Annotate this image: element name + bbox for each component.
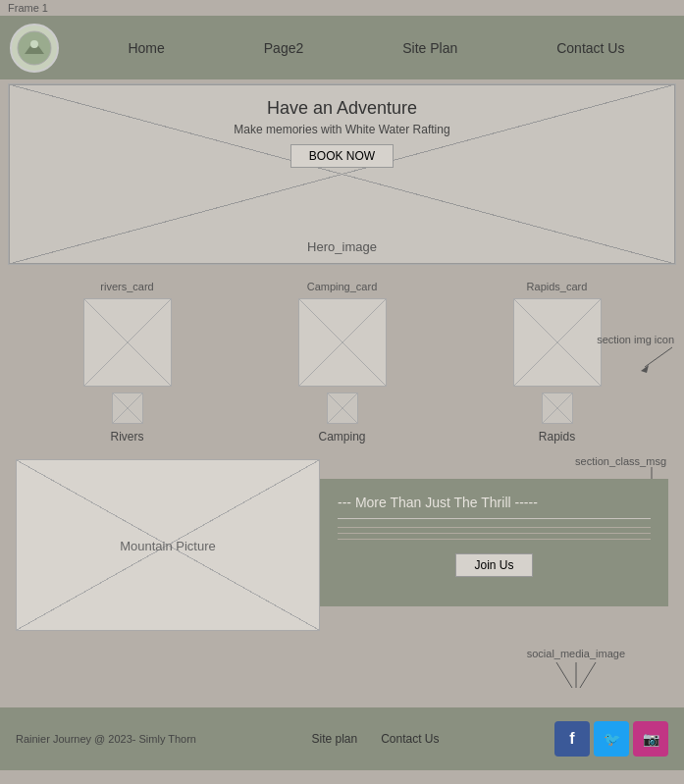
facebook-icon: f: [569, 730, 574, 748]
mountain-picture: Mountain Picture: [16, 459, 320, 631]
hero-image-label: Hero_image: [307, 239, 377, 254]
card-camping-label: Camping: [318, 430, 365, 444]
nav-logo: [10, 24, 59, 73]
card-rapids-icon: [542, 392, 573, 424]
footer-copyright: Rainier Journey @ 2023- Simly Thorn: [16, 733, 196, 745]
footer-site-plan-link[interactable]: Site plan: [311, 732, 357, 746]
info-line-1: [338, 527, 651, 528]
book-now-button[interactable]: BOOK NOW: [290, 144, 394, 168]
frame-label: Frame 1: [0, 0, 684, 16]
middle-section: section_class_msg Mountain Picture --- M…: [0, 451, 684, 639]
svg-point-1: [30, 40, 38, 48]
nav-links: Home Page2 Site Plan Contact Us: [79, 40, 674, 56]
card-rapids: Rapids_card Rapids: [513, 281, 602, 444]
footer-contact-link[interactable]: Contact Us: [381, 732, 439, 746]
footer-links: Site plan Contact Us: [311, 732, 439, 746]
middle-inner: Mountain Picture --- More Than Just The …: [0, 451, 684, 639]
social-media-arrow: [537, 660, 615, 695]
join-us-button[interactable]: Join Us: [455, 553, 532, 577]
nav-link-site-plan[interactable]: Site Plan: [402, 40, 457, 56]
social-media-image-annotation: social_media_image: [527, 646, 625, 698]
social-icons: f 🐦 📷: [554, 721, 668, 757]
card-rivers-image: [83, 298, 172, 387]
info-title: --- More Than Just The Thrill -----: [338, 495, 651, 519]
cards-inner: rivers_card Rivers Camping_card Camping …: [0, 273, 684, 451]
card-camping-top-label: Camping_card: [307, 281, 378, 292]
card-rivers-top-label: rivers_card: [100, 281, 153, 292]
hero-section: Have an Adventure Make memories with Whi…: [8, 83, 676, 265]
card-rivers-icon: [112, 392, 143, 424]
social-facebook-button[interactable]: f: [554, 721, 590, 757]
info-box: --- More Than Just The Thrill ----- Join…: [320, 479, 668, 606]
info-line-3: [338, 539, 651, 540]
footer-wrapper: social_media_image Rainier Journey @ 202…: [0, 639, 684, 770]
card-camping-image: [298, 298, 387, 387]
social-instagram-button[interactable]: 📷: [633, 721, 668, 757]
svg-line-6: [556, 662, 572, 688]
page-wrapper: Frame 1 Home Page2 Site Plan Contact Us …: [0, 0, 684, 770]
footer: Rainier Journey @ 2023- Simly Thorn Site…: [0, 707, 684, 770]
svg-line-8: [580, 662, 596, 688]
hero-subtitle: Make memories with White Water Rafting: [234, 123, 449, 136]
logo-icon: [17, 30, 52, 66]
nav-link-page2[interactable]: Page2: [264, 40, 303, 56]
card-rapids-image: [513, 298, 602, 387]
cards-section: rivers_card Rivers Camping_card Camping …: [0, 273, 684, 451]
social-twitter-button[interactable]: 🐦: [594, 721, 629, 757]
social-media-image-label: social_media_image: [527, 648, 625, 659]
hero-title: Have an Adventure: [267, 98, 417, 119]
nav-link-home[interactable]: Home: [128, 40, 164, 56]
card-camping-icon: [327, 392, 358, 424]
info-line-2: [338, 533, 651, 534]
card-rapids-top-label: Rapids_card: [527, 281, 588, 292]
card-rivers-label: Rivers: [110, 430, 143, 444]
card-rivers: rivers_card Rivers: [83, 281, 172, 444]
twitter-icon: 🐦: [604, 731, 620, 747]
mountain-picture-label: Mountain Picture: [120, 538, 216, 552]
card-camping: Camping_card Camping: [298, 281, 387, 444]
card-rapids-label: Rapids: [539, 430, 575, 444]
instagram-icon: 📷: [643, 731, 659, 747]
navbar: Home Page2 Site Plan Contact Us: [0, 16, 684, 79]
nav-link-contact-us[interactable]: Contact Us: [556, 40, 624, 56]
